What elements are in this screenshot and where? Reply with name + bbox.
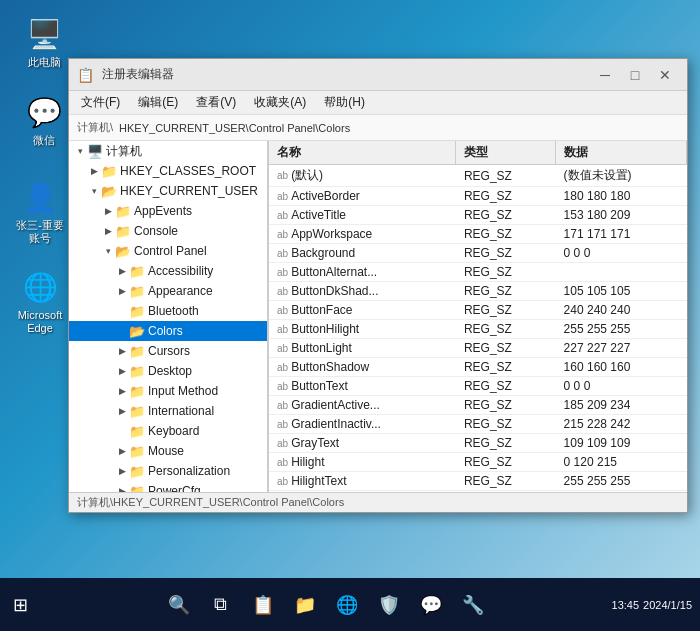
tree-label: Colors [148, 324, 183, 338]
table-row[interactable]: abButtonHilightREG_SZ255 255 255 [269, 320, 687, 339]
reg-name-cell: abBackground [269, 244, 456, 263]
tree-item-inputmethod[interactable]: ▶ 📁 Input Method [69, 381, 267, 401]
reg-name-cell: abButtonFace [269, 301, 456, 320]
tree-item-computer[interactable]: ▾ 🖥️ 计算机 [69, 141, 267, 161]
table-row[interactable]: abButtonDkShad...REG_SZ105 105 105 [269, 282, 687, 301]
table-row[interactable]: abGrayTextREG_SZ109 109 109 [269, 434, 687, 453]
minimize-button[interactable]: ─ [591, 64, 619, 86]
tree-item-mouse[interactable]: ▶ 📁 Mouse [69, 441, 267, 461]
this-pc-icon: 🖥️ [26, 16, 62, 52]
reg-name-cell: abActiveBorder [269, 187, 456, 206]
menu-view[interactable]: 查看(V) [188, 92, 244, 113]
tree-label: Personalization [148, 464, 230, 478]
tree-label: PowerCfg [148, 484, 201, 492]
table-row[interactable]: abBackgroundREG_SZ0 0 0 [269, 244, 687, 263]
folder-icon: 📁 [129, 344, 145, 359]
toggle-icon: ▶ [115, 284, 129, 298]
taskbar-explorer-icon: 📁 [294, 594, 316, 616]
this-pc-label: 此电脑 [28, 56, 61, 69]
taskbar-security-button[interactable]: 🛡️ [369, 585, 409, 625]
col-data: 数据 [556, 141, 687, 165]
table-row[interactable]: abHilightREG_SZ0 120 215 [269, 453, 687, 472]
tree-item-controlpanel[interactable]: ▾ 📂 Control Panel [69, 241, 267, 261]
tree-item-appearance[interactable]: ▶ 📁 Appearance [69, 281, 267, 301]
tree-item-desktop[interactable]: ▶ 📁 Desktop [69, 361, 267, 381]
tree-item-colors[interactable]: 📂 Colors [69, 321, 267, 341]
reg-type-cell: REG_SZ [456, 377, 556, 396]
table-row[interactable]: abButtonAlternat...REG_SZ [269, 263, 687, 282]
menu-edit[interactable]: 编辑(E) [130, 92, 186, 113]
folder-icon: 📁 [129, 264, 145, 279]
table-row[interactable]: abGradientInactiv...REG_SZ215 228 242 [269, 415, 687, 434]
taskbar-wechat-button[interactable]: 💬 [411, 585, 451, 625]
table-row[interactable]: ab(默认)REG_SZ(数值未设置) [269, 165, 687, 187]
toggle-icon: ▾ [73, 144, 87, 158]
menu-file[interactable]: 文件(F) [73, 92, 128, 113]
desktop-icon-this-pc[interactable]: 🖥️ 此电脑 [12, 12, 76, 73]
tree-item-cursors[interactable]: ▶ 📁 Cursors [69, 341, 267, 361]
tree-item-powercfg[interactable]: ▶ 📁 PowerCfg [69, 481, 267, 492]
table-row[interactable]: abGradientActive...REG_SZ185 209 234 [269, 396, 687, 415]
reg-data-cell: 153 180 209 [556, 206, 687, 225]
close-button[interactable]: ✕ [651, 64, 679, 86]
tree-item-international[interactable]: ▶ 📁 International [69, 401, 267, 421]
tree-label: Bluetooth [148, 304, 199, 318]
tree-panel[interactable]: ▾ 🖥️ 计算机 ▶ 📁 HKEY_CLASSES_ROOT ▾ 📂 HKEY_… [69, 141, 269, 492]
toggle-icon: ▶ [115, 344, 129, 358]
reg-data-cell: 0 120 215 [556, 453, 687, 472]
taskbar-settings-icon: 🔧 [462, 594, 484, 616]
status-bar: 计算机\HKEY_CURRENT_USER\Control Panel\Colo… [69, 492, 687, 512]
tree-item-hkcu[interactable]: ▾ 📂 HKEY_CURRENT_USER [69, 181, 267, 201]
table-row[interactable]: abActiveBorderREG_SZ180 180 180 [269, 187, 687, 206]
tree-item-bluetooth[interactable]: 📁 Bluetooth [69, 301, 267, 321]
task-view-button[interactable]: ⧉ [201, 585, 241, 625]
tree-label: Mouse [148, 444, 184, 458]
reg-data-cell: 255 255 255 [556, 320, 687, 339]
table-row[interactable]: abButtonShadowREG_SZ160 160 160 [269, 358, 687, 377]
toggle-icon: ▶ [101, 204, 115, 218]
reg-name-cell: abHilightText [269, 472, 456, 491]
search-taskbar-button[interactable]: 🔍 [159, 585, 199, 625]
table-row[interactable]: abButtonLightREG_SZ227 227 227 [269, 339, 687, 358]
taskbar-regedit-button[interactable]: 📋 [243, 585, 283, 625]
start-button[interactable]: ⊞ [0, 585, 40, 625]
start-icon: ⊞ [13, 594, 28, 616]
menu-help[interactable]: 帮助(H) [316, 92, 373, 113]
table-row[interactable]: abAppWorkspaceREG_SZ171 171 171 [269, 225, 687, 244]
table-row[interactable]: abButtonTextREG_SZ0 0 0 [269, 377, 687, 396]
taskbar-edge-button[interactable]: 🌐 [327, 585, 367, 625]
menu-favorites[interactable]: 收藏夹(A) [246, 92, 314, 113]
tree-label: AppEvents [134, 204, 192, 218]
tray-date: 2024/1/15 [643, 599, 692, 611]
table-row[interactable]: abButtonFaceREG_SZ240 240 240 [269, 301, 687, 320]
reg-data-cell: 240 240 240 [556, 301, 687, 320]
values-panel[interactable]: 名称 类型 数据 ab(默认)REG_SZ(数值未设置)abActiveBord… [269, 141, 687, 492]
reg-type-cell: REG_SZ [456, 339, 556, 358]
tree-item-appevents[interactable]: ▶ 📁 AppEvents [69, 201, 267, 221]
toggle-icon: ▾ [101, 244, 115, 258]
title-bar-controls: ─ □ ✕ [591, 64, 679, 86]
table-row[interactable]: abHilightTextREG_SZ255 255 255 [269, 472, 687, 491]
tree-item-console[interactable]: ▶ 📁 Console [69, 221, 267, 241]
desktop-icon-user[interactable]: 👤 张三-重要账号 [8, 175, 72, 249]
tree-label: Console [134, 224, 178, 238]
folder-icon: 📁 [115, 204, 131, 219]
taskbar-explorer-button[interactable]: 📁 [285, 585, 325, 625]
tree-item-accessibility[interactable]: ▶ 📁 Accessibility [69, 261, 267, 281]
desktop-icon-wechat[interactable]: 💬 微信 [12, 90, 76, 151]
table-row[interactable]: abActiveTitleREG_SZ153 180 209 [269, 206, 687, 225]
tree-item-keyboard[interactable]: 📁 Keyboard [69, 421, 267, 441]
folder-icon: 📁 [129, 364, 145, 379]
tree-label: HKEY_CURRENT_USER [120, 184, 258, 198]
menu-bar: 文件(F) 编辑(E) 查看(V) 收藏夹(A) 帮助(H) [69, 91, 687, 115]
tree-item-hkcr[interactable]: ▶ 📁 HKEY_CLASSES_ROOT [69, 161, 267, 181]
folder-open-icon: 📂 [129, 324, 145, 339]
tree-item-personalization[interactable]: ▶ 📁 Personalization [69, 461, 267, 481]
reg-name-cell: abGradientInactiv... [269, 415, 456, 434]
reg-data-cell: 185 209 234 [556, 396, 687, 415]
desktop-icon-edge[interactable]: 🌐 MicrosoftEdge [8, 265, 72, 339]
maximize-button[interactable]: □ [621, 64, 649, 86]
reg-name-cell: abGrayText [269, 434, 456, 453]
reg-data-cell [556, 263, 687, 282]
taskbar-settings-button[interactable]: 🔧 [453, 585, 493, 625]
